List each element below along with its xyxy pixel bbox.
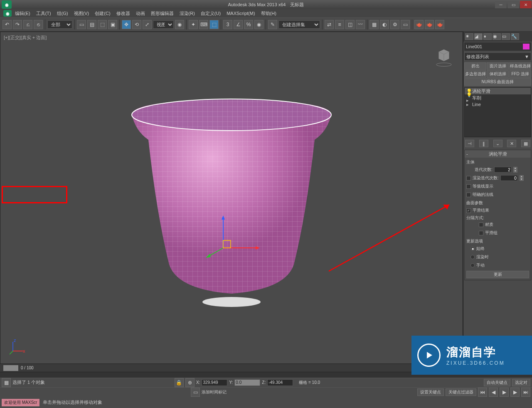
onrender-radio[interactable] xyxy=(470,255,475,259)
viewport-label[interactable]: [+][正交][真实 + 边面] xyxy=(4,35,47,41)
close-button[interactable]: ✕ xyxy=(520,1,532,8)
modifier-stack[interactable]: 💡涡轮平滑 💡 ▸车削 ▸Line xyxy=(464,87,531,137)
render-setup-button[interactable]: ⚙ xyxy=(390,20,399,29)
object-name-field[interactable]: Line001 xyxy=(464,42,531,51)
move-button[interactable]: ✥ xyxy=(122,20,131,29)
modifier-list-dropdown[interactable]: 修改器列表▼ xyxy=(464,52,531,61)
unlink-button[interactable]: ⎋ xyxy=(34,20,43,29)
auto-key-button[interactable]: 自动关键点 xyxy=(484,379,510,386)
object-color-swatch[interactable] xyxy=(523,44,530,49)
tab-motion[interactable]: ◉ xyxy=(493,33,501,40)
window-crossing-button[interactable]: ▣ xyxy=(108,20,117,29)
align-button[interactable]: ≡ xyxy=(335,20,344,29)
menu-animation[interactable]: 动画 xyxy=(133,10,148,17)
y-coord-field[interactable] xyxy=(234,379,260,386)
key-filter-button[interactable]: 关键点过滤器 xyxy=(446,388,476,396)
iterations-spinner-buttons[interactable]: ▲▼ xyxy=(513,167,517,173)
menu-customize[interactable]: 自定义(U) xyxy=(198,10,223,17)
configure-button[interactable]: ▦ xyxy=(521,140,530,147)
sel-transform-button[interactable]: 选定对 xyxy=(512,379,530,386)
z-coord-field[interactable] xyxy=(267,379,293,386)
update-button[interactable]: 更新 xyxy=(466,271,529,278)
material-button[interactable]: ◐ xyxy=(380,20,389,29)
rollout-header[interactable]: -涡轮平滑 xyxy=(465,150,531,158)
spinner-snap-button[interactable]: ◉ xyxy=(254,20,264,29)
render-active-button[interactable]: 🫖 xyxy=(435,20,444,29)
app-menu-icon[interactable]: ◉ xyxy=(3,10,12,17)
mod-btn-nurbs[interactable]: NURBS 曲面选择 xyxy=(464,78,531,86)
remove-mod-button[interactable]: ✕ xyxy=(507,140,516,147)
iterations-spinner[interactable] xyxy=(494,167,512,173)
menu-group[interactable]: 组(G) xyxy=(54,10,71,17)
render-iter-button[interactable]: 🫖 xyxy=(425,20,434,29)
menu-view[interactable]: 视图(V) xyxy=(71,10,92,17)
mod-btn-spline[interactable]: 样条线选择 xyxy=(509,62,531,70)
keyboard-button[interactable]: ⌨ xyxy=(199,20,208,29)
normals-checkbox[interactable] xyxy=(466,193,471,197)
mirror-button[interactable]: ⇄ xyxy=(325,20,334,29)
link-button[interactable]: ⎌ xyxy=(23,20,32,29)
mod-btn-patch[interactable]: 面片选择 xyxy=(487,62,509,70)
stack-item-line[interactable]: ▸Line xyxy=(465,101,531,108)
play-button[interactable]: ▶ xyxy=(500,388,509,397)
scale-button[interactable]: ⤢ xyxy=(143,20,152,29)
undo-button[interactable]: ↶ xyxy=(2,20,12,29)
menu-edit[interactable]: 编辑(E) xyxy=(12,10,33,17)
manipulate-button[interactable]: ✦ xyxy=(189,20,198,29)
lock-button[interactable]: ▦ xyxy=(2,378,11,387)
always-radio[interactable] xyxy=(470,247,475,251)
absolute-mode-button[interactable]: ⊕ xyxy=(185,378,195,387)
set-key-button[interactable]: 设置关键点 xyxy=(417,388,444,396)
viewcube[interactable] xyxy=(433,47,454,67)
ref-coord-system[interactable]: 视图 xyxy=(153,20,174,29)
select-name-button[interactable]: ▤ xyxy=(87,20,96,29)
select-button[interactable]: ▭ xyxy=(77,20,86,29)
menu-tools[interactable]: 工具(T) xyxy=(34,10,54,17)
maximize-button[interactable]: ▭ xyxy=(507,1,519,8)
mod-btn-vol[interactable]: 体积选择 xyxy=(487,70,509,78)
prev-frame-button[interactable]: ◀ xyxy=(489,388,498,397)
time-slider[interactable] xyxy=(3,365,18,371)
tab-create[interactable]: ✷ xyxy=(465,33,473,40)
render-frame-button[interactable]: ▭ xyxy=(401,20,410,29)
x-coord-field[interactable] xyxy=(202,379,227,386)
material-checkbox[interactable] xyxy=(479,223,483,227)
mod-btn-extrude[interactable]: 挤出 xyxy=(464,62,486,70)
named-selection-set[interactable]: 创建选择集 xyxy=(278,20,320,29)
show-end-button[interactable]: ‖ xyxy=(479,140,488,147)
render-prod-button[interactable]: 🫖 xyxy=(414,20,424,29)
schematic-button[interactable]: ▦ xyxy=(369,20,379,29)
tab-utilities[interactable]: 🔧 xyxy=(511,33,519,40)
minimize-button[interactable]: ─ xyxy=(495,1,507,8)
snap-button[interactable]: ⬚ xyxy=(209,20,219,29)
goto-start-button[interactable]: ⏮ xyxy=(478,388,487,397)
lock-selection-button[interactable]: 🔒 xyxy=(175,378,184,387)
next-frame-button[interactable]: ▶ xyxy=(510,388,520,397)
smoothgroup-checkbox[interactable] xyxy=(479,231,483,235)
snap-3d-button[interactable]: 3 xyxy=(223,20,232,29)
pivot-button[interactable]: ◉ xyxy=(175,20,184,29)
render-iter-checkbox[interactable] xyxy=(466,176,471,181)
manual-radio[interactable] xyxy=(470,263,475,267)
menu-render[interactable]: 渲染(R) xyxy=(177,10,197,17)
select-region-button[interactable]: ⬚ xyxy=(98,20,107,29)
goto-end-button[interactable]: ⏭ xyxy=(521,388,530,397)
smooth-result-checkbox[interactable]: ✓ xyxy=(466,208,471,213)
menu-help[interactable]: 帮助(H) xyxy=(259,10,279,17)
percent-snap-button[interactable]: % xyxy=(244,20,253,29)
menu-graph[interactable]: 图形编辑器 xyxy=(148,10,176,17)
stack-item-lathe[interactable]: 💡 ▸车削 xyxy=(465,94,531,101)
isoline-checkbox[interactable] xyxy=(466,184,471,189)
menu-maxscript[interactable]: MAXScript(M) xyxy=(224,10,257,17)
tab-hierarchy[interactable]: ♦ xyxy=(483,33,492,40)
make-unique-button[interactable]: ⌄ xyxy=(493,140,502,147)
listener-button[interactable]: ▭ xyxy=(191,388,200,397)
tab-modify[interactable]: ◢ xyxy=(474,33,483,40)
mod-btn-ffd[interactable]: FFD 选择 xyxy=(509,70,531,78)
viewport[interactable]: [+][正交][真实 + 边面] xyxy=(0,32,463,364)
angle-snap-button[interactable]: ∠ xyxy=(234,20,243,29)
stack-item-turbosmooth[interactable]: 💡涡轮平滑 xyxy=(465,88,531,94)
menu-create[interactable]: 创建(C) xyxy=(92,10,113,17)
selection-filter[interactable]: 全部 xyxy=(47,20,72,29)
render-iter-spinner-buttons[interactable]: ▲▼ xyxy=(520,175,524,181)
